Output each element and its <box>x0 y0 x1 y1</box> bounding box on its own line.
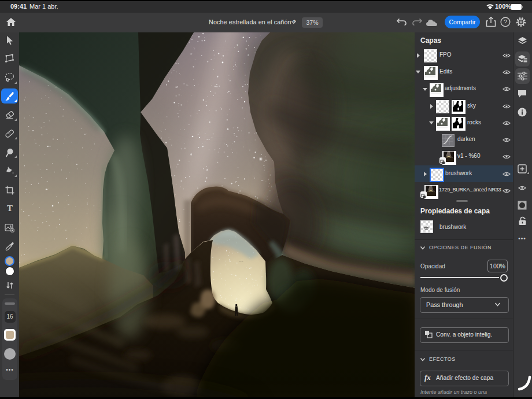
svg-text:?: ? <box>504 19 507 25</box>
